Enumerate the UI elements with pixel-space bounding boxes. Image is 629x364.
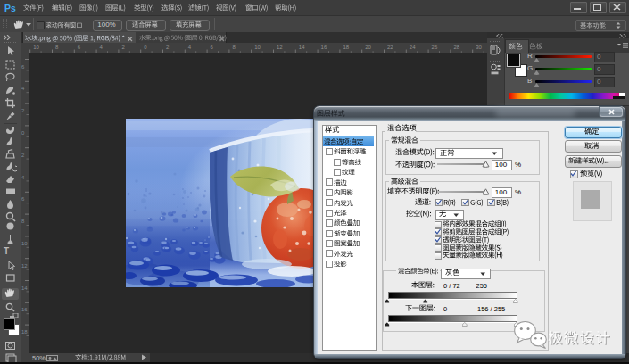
svg-text:28: 28 [453,45,459,50]
svg-text:16: 16 [21,307,28,312]
svg-text:6: 6 [21,196,25,202]
svg-text:22: 22 [387,45,393,50]
svg-text:2: 2 [21,153,25,158]
svg-text:4: 4 [100,45,103,50]
svg-text:2: 2 [21,108,25,113]
svg-text:18: 18 [343,45,349,50]
svg-text:14: 14 [299,45,305,50]
svg-text:20: 20 [365,45,371,50]
svg-text:26: 26 [432,45,438,50]
svg-text:30: 30 [476,45,482,50]
svg-text:8: 8 [232,45,236,50]
svg-text:8: 8 [55,45,59,50]
svg-text:14: 14 [21,285,28,291]
svg-text:6: 6 [211,45,214,50]
svg-text:12: 12 [21,263,28,269]
svg-text:10: 10 [254,45,261,50]
svg-text:2: 2 [121,45,125,50]
svg-text:4: 4 [188,45,192,50]
svg-text:12: 12 [277,45,283,50]
svg-text:18: 18 [21,329,28,335]
svg-text:4: 4 [21,86,25,91]
svg-text:0: 0 [144,45,147,50]
svg-text:6: 6 [21,64,25,70]
svg-text:16: 16 [321,45,327,50]
svg-text:4: 4 [21,175,25,180]
svg-text:0: 0 [21,130,25,136]
svg-text:8: 8 [21,219,25,224]
svg-text:6: 6 [78,45,81,50]
svg-text:10: 10 [21,241,28,246]
svg-text:10: 10 [33,45,39,50]
svg-text:24: 24 [410,45,416,50]
svg-text:2: 2 [166,45,170,50]
